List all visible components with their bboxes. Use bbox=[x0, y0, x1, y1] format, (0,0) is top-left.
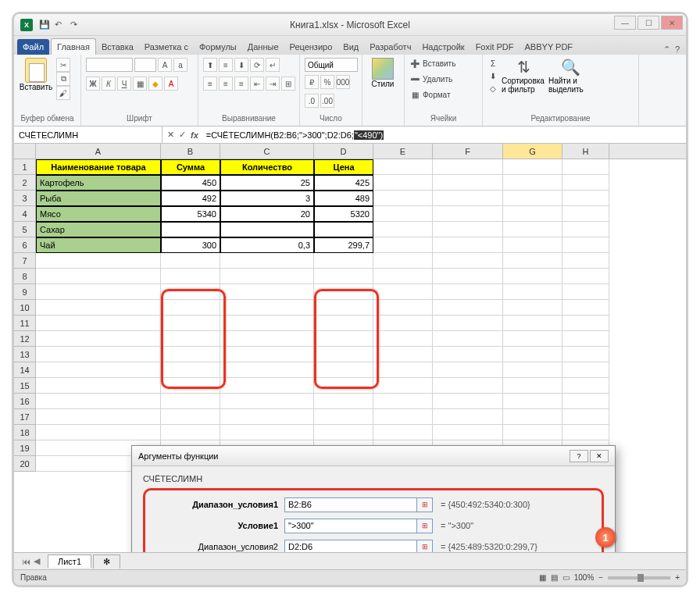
cell[interactable] bbox=[562, 159, 609, 175]
zoom-out-icon[interactable]: − bbox=[598, 573, 603, 582]
autosum-button[interactable]: Σ bbox=[488, 58, 498, 69]
close-button[interactable]: ✕ bbox=[661, 16, 683, 30]
tab-addins[interactable]: Надстройк bbox=[416, 39, 470, 55]
row-header[interactable]: 3 bbox=[14, 191, 36, 206]
cell[interactable] bbox=[373, 159, 433, 175]
border-icon[interactable]: ▦ bbox=[133, 77, 147, 91]
cell[interactable] bbox=[161, 378, 220, 394]
cell[interactable] bbox=[314, 331, 373, 347]
sheet-tab-1[interactable]: Лист1 bbox=[48, 554, 91, 568]
cell[interactable] bbox=[314, 409, 373, 425]
row-header[interactable]: 8 bbox=[14, 269, 36, 284]
row-header[interactable]: 4 bbox=[14, 206, 36, 222]
cell[interactable] bbox=[161, 362, 220, 378]
cell[interactable] bbox=[314, 300, 373, 316]
cell[interactable] bbox=[314, 253, 373, 269]
tab-developer[interactable]: Разработч bbox=[364, 39, 416, 55]
cell[interactable] bbox=[503, 206, 562, 222]
row-header[interactable]: 12 bbox=[14, 331, 36, 347]
tab-layout[interactable]: Разметка с bbox=[139, 39, 194, 55]
cell[interactable] bbox=[562, 237, 609, 253]
cell[interactable] bbox=[314, 316, 373, 331]
cell[interactable] bbox=[314, 378, 373, 394]
redo-icon[interactable]: ↷ bbox=[70, 20, 81, 30]
fill-button[interactable]: ⬇ bbox=[488, 70, 498, 81]
cut-icon[interactable]: ✂ bbox=[56, 58, 70, 72]
col-header-d[interactable]: D bbox=[314, 144, 373, 159]
cell[interactable] bbox=[36, 378, 161, 394]
cell[interactable]: Цена bbox=[314, 159, 373, 175]
cell[interactable] bbox=[562, 206, 609, 222]
cell[interactable] bbox=[373, 409, 433, 425]
cell[interactable] bbox=[36, 425, 161, 440]
cell[interactable]: Сумма bbox=[161, 159, 220, 175]
select-all-corner[interactable] bbox=[14, 144, 36, 159]
font-color-icon[interactable]: A bbox=[164, 77, 178, 91]
cell[interactable] bbox=[373, 425, 433, 440]
cell[interactable] bbox=[220, 378, 314, 394]
fill-color-icon[interactable]: ◆ bbox=[148, 77, 162, 91]
shrink-font-icon[interactable]: a bbox=[173, 58, 188, 72]
formula-input[interactable]: =СЧЁТЕСЛИМН(B2:B6;">300";D2:D6;"<490") bbox=[203, 127, 686, 143]
cell[interactable] bbox=[562, 362, 609, 378]
cell[interactable] bbox=[36, 394, 161, 409]
cell[interactable] bbox=[562, 378, 609, 394]
arg-input-1[interactable]: ">300" bbox=[284, 519, 417, 533]
cell[interactable] bbox=[220, 284, 314, 300]
cell[interactable] bbox=[314, 269, 373, 284]
cell[interactable]: 492 bbox=[161, 191, 220, 206]
cell[interactable] bbox=[433, 253, 503, 269]
cell[interactable] bbox=[220, 316, 314, 331]
cell[interactable] bbox=[373, 175, 433, 191]
cell[interactable] bbox=[433, 237, 503, 253]
cell[interactable] bbox=[36, 284, 161, 300]
col-header-g[interactable]: G bbox=[503, 144, 562, 159]
cell[interactable] bbox=[314, 425, 373, 440]
row-header[interactable]: 16 bbox=[14, 394, 36, 409]
cell[interactable] bbox=[373, 206, 433, 222]
cell[interactable] bbox=[161, 284, 220, 300]
cell[interactable] bbox=[433, 378, 503, 394]
cell[interactable] bbox=[373, 362, 433, 378]
cell[interactable] bbox=[373, 347, 433, 362]
cell[interactable]: Количество bbox=[220, 159, 314, 175]
cell[interactable] bbox=[433, 206, 503, 222]
cancel-formula-icon[interactable]: ✕ bbox=[167, 130, 174, 140]
cell[interactable] bbox=[503, 237, 562, 253]
comma-icon[interactable]: 000 bbox=[336, 75, 350, 89]
row-header[interactable]: 20 bbox=[14, 456, 36, 472]
cell[interactable] bbox=[36, 269, 161, 284]
maximize-button[interactable]: ☐ bbox=[638, 16, 659, 30]
cell[interactable]: Мясо bbox=[36, 206, 161, 222]
row-header[interactable]: 10 bbox=[14, 300, 36, 316]
cell[interactable] bbox=[36, 300, 161, 316]
cell[interactable] bbox=[373, 316, 433, 331]
bold-icon[interactable]: Ж bbox=[86, 77, 100, 91]
row-header[interactable]: 9 bbox=[14, 284, 36, 300]
cell[interactable] bbox=[562, 222, 609, 237]
cell[interactable] bbox=[220, 394, 314, 409]
cell[interactable] bbox=[161, 300, 220, 316]
cell[interactable] bbox=[220, 300, 314, 316]
row-header[interactable]: 11 bbox=[14, 316, 36, 331]
currency-icon[interactable]: ₽ bbox=[305, 75, 319, 89]
underline-icon[interactable]: Ч bbox=[117, 77, 131, 91]
cell[interactable]: Наименование товара bbox=[36, 159, 161, 175]
cell[interactable] bbox=[562, 191, 609, 206]
tab-nav-prev-icon[interactable]: ◀ bbox=[34, 556, 40, 566]
cell[interactable] bbox=[503, 284, 562, 300]
range-picker-icon[interactable]: ⊞ bbox=[417, 519, 433, 533]
cell[interactable] bbox=[503, 409, 562, 425]
undo-icon[interactable]: ↶ bbox=[55, 20, 66, 30]
cell[interactable] bbox=[161, 222, 220, 237]
cell[interactable] bbox=[562, 331, 609, 347]
indent-dec-icon[interactable]: ⇤ bbox=[250, 77, 264, 91]
clear-button[interactable]: ◇ bbox=[488, 83, 498, 94]
copy-icon[interactable]: ⧉ bbox=[56, 72, 70, 86]
cell[interactable] bbox=[433, 159, 503, 175]
cell[interactable]: 489 bbox=[314, 191, 373, 206]
cell[interactable] bbox=[36, 362, 161, 378]
grow-font-icon[interactable]: A bbox=[158, 58, 172, 72]
font-family-select[interactable] bbox=[86, 58, 133, 72]
cell[interactable] bbox=[161, 409, 220, 425]
